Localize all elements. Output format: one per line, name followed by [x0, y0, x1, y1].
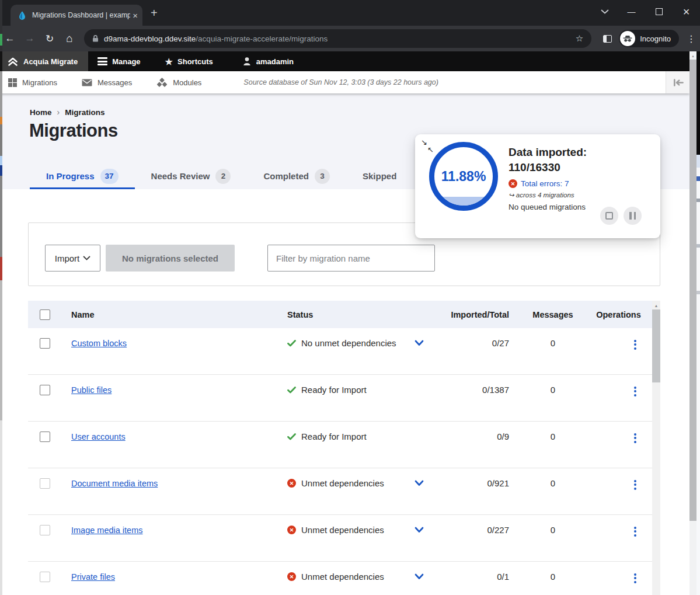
filter-input[interactable] — [267, 245, 435, 272]
status-text: Ready for Import — [301, 432, 367, 441]
import-dropdown-button[interactable]: Import — [45, 245, 100, 272]
window-minimize-button[interactable]: — — [618, 0, 645, 23]
status-error-icon: ✕ — [287, 572, 296, 581]
stop-import-button[interactable] — [600, 207, 618, 225]
page-tab[interactable]: Needs Review 2 — [135, 165, 248, 189]
operations-kebab-icon[interactable] — [634, 433, 652, 443]
incognito-label: Incognito — [635, 34, 678, 43]
reload-icon[interactable]: ↻ — [40, 33, 60, 45]
scroll-up-arrow-icon[interactable]: ▲ — [652, 301, 660, 309]
row-checkbox[interactable] — [40, 385, 50, 395]
row-checkbox[interactable] — [40, 572, 50, 582]
user-label: amadamin — [256, 57, 294, 66]
breadcrumb-home-link[interactable]: Home — [30, 108, 52, 117]
row-checkbox[interactable] — [40, 432, 50, 442]
tab-label: In Progress — [46, 171, 95, 181]
operations-kebab-icon[interactable] — [634, 340, 652, 350]
table-scrollbar-thumb[interactable] — [652, 309, 660, 382]
row-checkbox[interactable] — [40, 478, 50, 489]
url-path: /acquia-migrate-accelerate/migrations — [196, 34, 569, 43]
no-migrations-selected-button[interactable]: No migrations selected — [106, 245, 235, 272]
lock-icon — [92, 34, 99, 43]
stop-icon — [605, 212, 613, 220]
select-all-checkbox[interactable] — [40, 309, 50, 320]
page-scroll-up-arrow-icon[interactable]: ▲ — [689, 51, 696, 60]
incognito-badge: Incognito — [619, 30, 679, 47]
progress-percent: 11.88% — [434, 147, 493, 206]
tab-search-chevron-icon[interactable] — [591, 0, 618, 23]
table-scrollbar[interactable]: ▲ — [652, 301, 660, 595]
status-expand-chevron-icon[interactable] — [415, 527, 424, 533]
breadcrumb: Home›Migrations — [30, 107, 105, 117]
data-imported-heading: Data imported: — [509, 145, 654, 160]
messages-value: 0 — [521, 375, 585, 395]
migration-name-link[interactable]: Custom blocks — [71, 339, 127, 348]
page-tab[interactable]: Completed 3 — [247, 165, 346, 189]
messages-value: 0 — [521, 515, 585, 535]
imported-total-value: 0/1 — [445, 562, 521, 582]
messages-value: 0 — [521, 562, 585, 582]
toolbar-collapse-button[interactable] — [666, 71, 689, 93]
migration-name-link[interactable]: Public files — [71, 385, 112, 395]
page-scrollbar[interactable]: ▲ — [689, 51, 696, 595]
url-field[interactable]: d9ama-ddevblog.ddev.site /acquia-migrate… — [84, 29, 591, 48]
messages-toolbar-item[interactable]: Messages — [72, 78, 141, 87]
table-row: Image media items ✕ Unmet dependencies 0… — [28, 515, 652, 562]
home-icon[interactable]: ⌂ — [60, 32, 79, 45]
screen: Migrations Dashboard | example × + — × ←… — [0, 0, 700, 595]
header-operations: Operations — [585, 310, 652, 319]
status-expand-chevron-icon[interactable] — [415, 480, 424, 486]
envelope-icon — [82, 79, 92, 86]
acquia-migrate-brand[interactable]: Acquia Migrate — [0, 51, 88, 71]
new-tab-button[interactable]: + — [151, 6, 158, 20]
operations-kebab-icon[interactable] — [634, 480, 652, 490]
collapse-left-icon — [672, 78, 684, 87]
operations-kebab-icon[interactable] — [634, 527, 652, 537]
browser-menu-kebab-icon[interactable]: ⋮ — [682, 33, 700, 44]
tab-label: Skipped — [363, 171, 396, 181]
tab-label: Completed — [263, 171, 309, 181]
page-tab[interactable]: Skipped — [346, 165, 413, 189]
shortcuts-star-icon: ★ — [165, 57, 173, 66]
page-tab[interactable]: In Progress 37 — [30, 165, 135, 189]
brand-label: Acquia Migrate — [23, 57, 78, 66]
pause-import-button[interactable] — [624, 207, 642, 225]
migrations-toolbar-item[interactable]: Migrations — [0, 78, 67, 87]
migration-name-link[interactable]: Image media items — [71, 526, 143, 535]
source-database-note: Source database of Sun Nov 12, 3:03 (3 d… — [243, 78, 438, 86]
back-icon[interactable]: ← — [0, 33, 20, 44]
collapse-card-icon[interactable]: ↘ ↖ — [421, 138, 438, 155]
migration-name-link[interactable]: Private files — [71, 572, 115, 582]
shortcuts-menu-item[interactable]: ★ Shortcuts — [157, 51, 221, 71]
pause-icon-bar — [629, 212, 632, 220]
page-scrollbar-thumb[interactable] — [689, 60, 696, 521]
tab-close-icon[interactable]: × — [133, 11, 138, 20]
modules-toolbar-item[interactable]: Modules — [147, 78, 211, 88]
user-menu-item[interactable]: amadamin — [234, 51, 302, 71]
error-icon: ✕ — [509, 179, 517, 188]
window-maximize-button[interactable] — [645, 0, 673, 23]
side-panel-icon[interactable] — [603, 35, 612, 43]
total-errors-link[interactable]: Total errors: 7 — [521, 179, 569, 188]
status-expand-chevron-icon[interactable] — [415, 340, 424, 346]
status-text: Unmet dependencies — [301, 572, 384, 582]
imported-total-value: 0/227 — [445, 515, 521, 535]
imported-total-value: 0/9 — [445, 422, 521, 441]
imported-total-value: 0/1387 — [445, 375, 521, 395]
header-status: Status — [287, 310, 445, 319]
status-check-icon — [287, 433, 296, 440]
forward-icon[interactable]: → — [20, 33, 40, 44]
operations-kebab-icon[interactable] — [634, 573, 652, 583]
window-close-button[interactable]: × — [673, 0, 700, 23]
row-checkbox[interactable] — [40, 338, 50, 349]
manage-menu-item[interactable]: Manage — [89, 51, 148, 71]
status-error-icon: ✕ — [287, 479, 296, 488]
row-checkbox[interactable] — [40, 525, 50, 535]
operations-kebab-icon[interactable] — [634, 387, 652, 396]
migration-name-link[interactable]: Document media items — [71, 479, 158, 488]
modules-label: Modules — [173, 78, 201, 87]
bookmark-star-icon[interactable]: ☆ — [576, 33, 583, 44]
migration-name-link[interactable]: User accounts — [71, 432, 126, 441]
browser-tab[interactable]: Migrations Dashboard | example × — [11, 5, 142, 26]
status-expand-chevron-icon[interactable] — [415, 573, 424, 580]
